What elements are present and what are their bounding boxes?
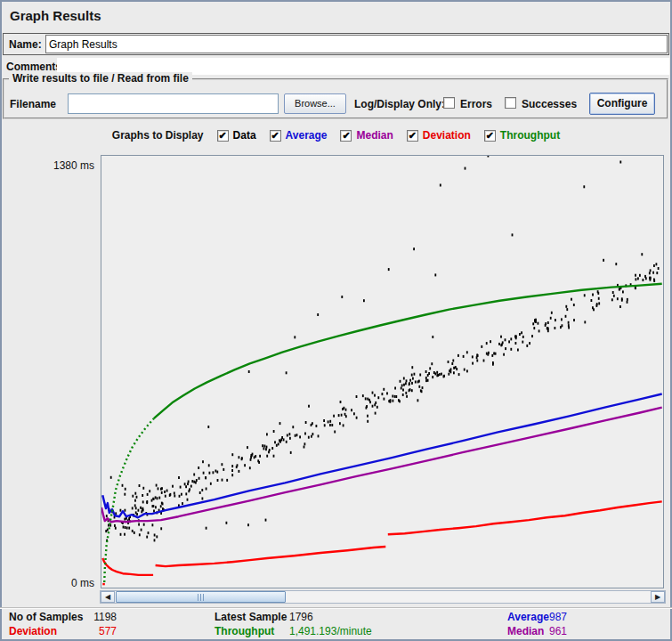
option-average: ✔ Average xyxy=(270,129,328,142)
median-stat-value: 961 xyxy=(549,625,567,637)
successes-checkbox[interactable] xyxy=(505,97,516,109)
deviation-stat-label: Deviation xyxy=(9,625,57,637)
latest-sample-value: 1796 xyxy=(289,611,313,623)
throughput-stat-label: Throughput xyxy=(215,625,274,637)
scrollbar-grip-icon xyxy=(198,594,204,601)
graphs-to-display-label: Graphs to Display xyxy=(112,129,204,142)
y-axis-max-label: 1380 ms xyxy=(34,159,94,172)
deviation-stat-value: 577 xyxy=(85,625,117,637)
browse-button[interactable]: Browse... xyxy=(284,93,346,114)
median-label: Median xyxy=(356,129,393,142)
median-checkbox[interactable]: ✔ xyxy=(340,130,352,142)
filename-label: Filename xyxy=(10,98,56,110)
name-row: Name: xyxy=(3,33,669,55)
page-title: Graph Results xyxy=(10,8,101,23)
errors-checkbox[interactable] xyxy=(443,97,455,109)
average-stat-label: Average xyxy=(507,611,549,623)
log-display-only-label: Log/Display Only: xyxy=(354,98,445,110)
filename-input[interactable] xyxy=(68,93,279,114)
graph-results-panel: Graph Results Name: Comments: Write resu… xyxy=(0,0,672,641)
throughput-stat-value: 1,491.193/minute xyxy=(289,625,372,637)
stats-separator xyxy=(0,607,672,609)
option-data: ✔ Data xyxy=(217,129,256,142)
data-checkbox[interactable]: ✔ xyxy=(217,130,229,142)
successes-label: Successes xyxy=(522,98,577,110)
y-axis-min-label: 0 ms xyxy=(34,577,94,589)
latest-sample-label: Latest Sample xyxy=(215,611,287,623)
median-stat-label: Median xyxy=(507,625,544,637)
write-results-group-title: Write results to file / Read from file xyxy=(9,72,192,85)
scrollbar-right-arrow-icon[interactable]: ▶ xyxy=(651,591,665,603)
data-label: Data xyxy=(233,129,256,142)
deviation-label: Deviation xyxy=(423,129,471,142)
name-input[interactable] xyxy=(45,35,668,53)
no-of-samples-label: No of Samples xyxy=(9,611,83,623)
graphs-to-display-row: Graphs to Display ✔ Data ✔ Average ✔ Med… xyxy=(0,127,672,143)
average-label: Average xyxy=(286,129,328,142)
average-stat-value: 987 xyxy=(549,611,567,623)
option-median: ✔ Median xyxy=(340,129,393,142)
graph-plot-area xyxy=(101,155,664,588)
name-label: Name: xyxy=(9,38,42,51)
deviation-checkbox[interactable]: ✔ xyxy=(407,130,418,142)
errors-label: Errors xyxy=(460,98,492,110)
horizontal-scrollbar[interactable]: ◀ ▶ xyxy=(100,590,666,604)
configure-button[interactable]: Configure xyxy=(589,93,655,115)
throughput-checkbox[interactable]: ✔ xyxy=(484,130,496,142)
option-deviation: ✔ Deviation xyxy=(407,129,471,142)
scrollbar-thumb[interactable] xyxy=(116,591,286,603)
graph-canvas xyxy=(101,156,663,588)
average-checkbox[interactable]: ✔ xyxy=(270,130,281,142)
scrollbar-left-arrow-icon[interactable]: ◀ xyxy=(101,591,115,603)
no-of-samples-value: 1198 xyxy=(85,611,117,623)
option-throughput: ✔ Throughput xyxy=(484,129,560,142)
throughput-label: Throughput xyxy=(500,129,560,142)
